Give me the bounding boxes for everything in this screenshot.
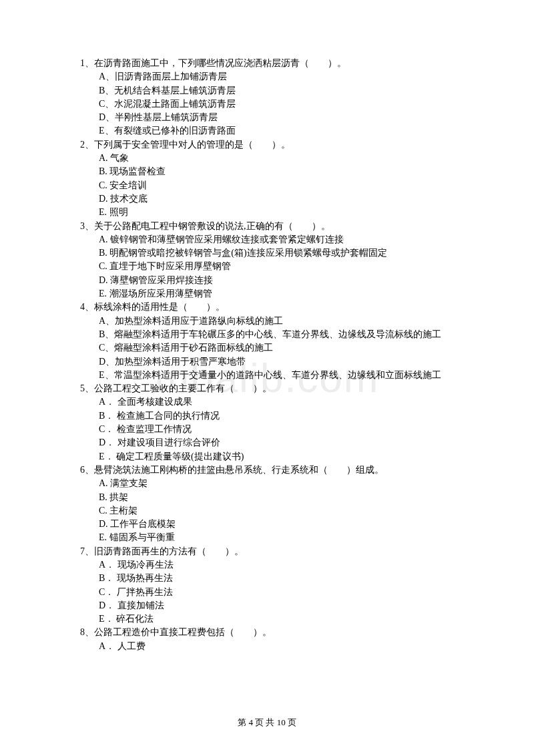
options: A. 镀锌钢管和薄壁钢管应采用螺纹连接或套管紧定螺钉连接 B. 明配钢管或暗挖被… — [80, 233, 454, 301]
option: B. 拱架 — [99, 491, 454, 504]
question-5: 5、公路工程交工验收的主要工作有（ ）。 A． 全面考核建设成果 B． 检查施工… — [80, 382, 454, 463]
question-text: 1、在沥青路面施工中，下列哪些情况应浇洒粘层沥青（ ）。 — [80, 57, 454, 70]
option: E、常温型涂料适用于交通量小的道路中心线、车道分界线、边缘线和立面标线施工 — [99, 369, 454, 382]
question-7: 7、旧沥青路面再生的方法有（ ）。 A． 现场冷再生法 B． 现场热再生法 C．… — [80, 545, 454, 626]
option: A． 全面考核建设成果 — [99, 395, 454, 409]
option: A. 镀锌钢管和薄壁钢管应采用螺纹连接或套管紧定螺钉连接 — [99, 233, 454, 246]
option: E. 照明 — [99, 206, 454, 219]
options: A. 气象 B. 现场监督检查 C. 安全培训 D. 技术交底 E. 照明 — [80, 152, 454, 219]
option: C、水泥混凝土路面上铺筑沥青层 — [99, 98, 454, 111]
option: D． 直接加铺法 — [99, 599, 454, 612]
option: D． 对建设项目进行综合评价 — [99, 436, 454, 449]
option: C． 厂拌热再生法 — [99, 586, 454, 599]
question-text: 5、公路工程交工验收的主要工作有（ ）。 — [80, 382, 454, 395]
option: B、熔融型涂料适用于车轮碾压多的中心线、车道分界线、边缘线及导流标线的施工 — [99, 328, 454, 341]
question-text: 6、悬臂浇筑法施工刚构桥的挂篮由悬吊系统、行走系统和（ ）组成。 — [80, 463, 454, 477]
option: D. 工作平台底模架 — [99, 518, 454, 531]
option: C. 安全培训 — [99, 179, 454, 192]
option: E． 碎石化法 — [99, 612, 454, 626]
page-footer: 第 4 页 共 10 页 — [0, 717, 534, 729]
options: A、加热型涂料适用应于道路纵向标线的施工 B、熔融型涂料适用于车轮碾压多的中心线… — [80, 315, 454, 382]
option: A、旧沥青路面层上加铺沥青层 — [99, 70, 454, 83]
question-3: 3、关于公路配电工程中钢管敷设的说法,正确的有（ ）。 A. 镀锌钢管和薄壁钢管… — [80, 220, 454, 301]
options: A． 现场冷再生法 B． 现场热再生法 C． 厂拌热再生法 D． 直接加铺法 E… — [80, 558, 454, 626]
option: C. 直埋于地下时应采用厚壁钢管 — [99, 260, 454, 273]
question-8: 8、公路工程造价中直接工程费包括（ ）。 A． 人工费 — [80, 626, 454, 653]
question-text: 7、旧沥青路面再生的方法有（ ）。 — [80, 545, 454, 558]
option: B. 明配钢管或暗挖被锌钢管与盒(箱)连接应采用锁紧螺母或护套帽固定 — [99, 246, 454, 260]
question-text: 3、关于公路配电工程中钢管敷设的说法,正确的有（ ）。 — [80, 220, 454, 233]
option: B. 现场监督检查 — [99, 165, 454, 178]
option: A． 现场冷再生法 — [99, 558, 454, 572]
option: A、加热型涂料适用应于道路纵向标线的施工 — [99, 315, 454, 328]
options: A. 满堂支架 B. 拱架 C. 主桁架 D. 工作平台底模架 E. 锚固系与平… — [80, 477, 454, 544]
option: E. 潮湿场所应采用薄壁钢管 — [99, 287, 454, 301]
option: B． 检查施工合同的执行情况 — [99, 409, 454, 423]
option: C、熔融型涂料适用于砂石路面标线的施工 — [99, 341, 454, 355]
option: E、有裂缝或已修补的旧沥青路面 — [99, 124, 454, 138]
option: D、半刚性基层上铺筑沥青层 — [99, 111, 454, 124]
question-text: 8、公路工程造价中直接工程费包括（ ）。 — [80, 626, 454, 639]
question-text: 2、下列属于安全管理中对人的管理的是（ ）。 — [80, 138, 454, 152]
option: E． 确定工程质量等级(提出建议书) — [99, 450, 454, 463]
option: B、无机结合料基层上铺筑沥青层 — [99, 84, 454, 98]
option: B． 现场热再生法 — [99, 572, 454, 585]
question-2: 2、下列属于安全管理中对人的管理的是（ ）。 A. 气象 B. 现场监督检查 C… — [80, 138, 454, 220]
document-body: 1、在沥青路面施工中，下列哪些情况应浇洒粘层沥青（ ）。 A、旧沥青路面层上加铺… — [80, 57, 454, 653]
option: C． 检查监理工作情况 — [99, 423, 454, 436]
question-text: 4、标线涂料的适用性是（ ）。 — [80, 301, 454, 314]
option: D. 薄壁钢管应采用焊接连接 — [99, 274, 454, 287]
options: A、旧沥青路面层上加铺沥青层 B、无机结合料基层上铺筑沥青层 C、水泥混凝土路面… — [80, 70, 454, 138]
option: E. 锚固系与平衡重 — [99, 531, 454, 544]
option: D. 技术交底 — [99, 192, 454, 206]
options: A． 人工费 — [80, 640, 454, 653]
option: D、加热型涂料适用于积雪严寒地带 — [99, 355, 454, 369]
option: A. 气象 — [99, 152, 454, 165]
question-4: 4、标线涂料的适用性是（ ）。 A、加热型涂料适用应于道路纵向标线的施工 B、熔… — [80, 301, 454, 382]
option: A． 人工费 — [99, 640, 454, 653]
options: A． 全面考核建设成果 B． 检查施工合同的执行情况 C． 检查监理工作情况 D… — [80, 395, 454, 463]
question-6: 6、悬臂浇筑法施工刚构桥的挂篮由悬吊系统、行走系统和（ ）组成。 A. 满堂支架… — [80, 463, 454, 545]
question-1: 1、在沥青路面施工中，下列哪些情况应浇洒粘层沥青（ ）。 A、旧沥青路面层上加铺… — [80, 57, 454, 138]
option: C. 主桁架 — [99, 504, 454, 518]
option: A. 满堂支架 — [99, 477, 454, 490]
